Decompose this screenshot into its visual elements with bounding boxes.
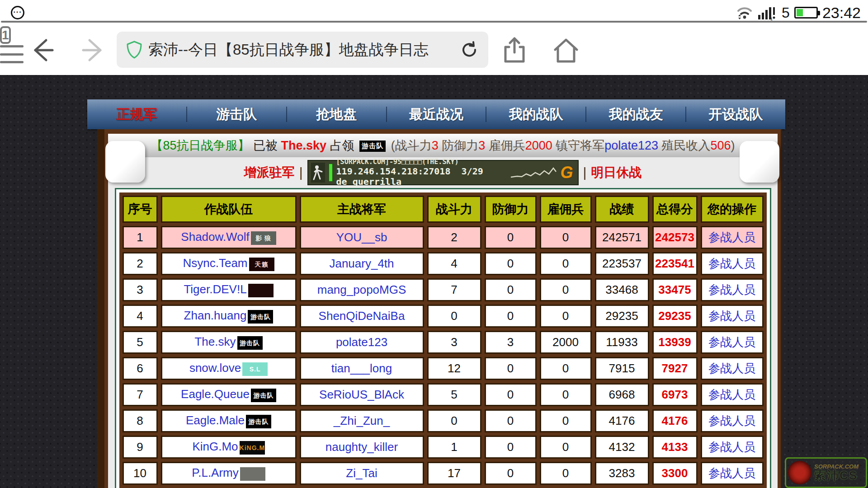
cell-general: _Zhi_Zun_ [300, 409, 424, 432]
cell-mercs: 2000 [540, 331, 592, 354]
team-link[interactable]: Shadow.Wolf [181, 230, 249, 244]
general-value: polate123 [604, 139, 658, 152]
table-row: 1Shadow.Wolf影 狼YOU__sb200242571242573参战人… [123, 226, 764, 249]
team-badge-icon: 游击队 [246, 415, 271, 428]
team-link[interactable]: Eagle.Queue [181, 387, 250, 401]
cell-general: mang_popoMGS [300, 278, 424, 301]
power-value: 3 [432, 139, 439, 152]
cell-team: Shadow.Wolf影 狼 [161, 226, 297, 249]
power-label: (战斗力 [391, 139, 432, 152]
general-link[interactable]: _Zhi_Zun_ [334, 414, 390, 427]
participants-link[interactable]: 参战人员 [708, 257, 755, 270]
general-link[interactable]: ShenQiDeNaiBa [319, 309, 405, 323]
general-link[interactable]: mang_popoMGS [317, 283, 406, 296]
refresh-icon[interactable] [460, 41, 478, 59]
general-link[interactable]: tian___long [331, 361, 392, 375]
team-link[interactable]: KinG.Mo [192, 440, 238, 453]
income-label: 殖民收入 [661, 139, 710, 152]
truce-tomorrow-link[interactable]: 明日休战 [591, 164, 642, 181]
participants-link[interactable]: 参战人员 [708, 414, 755, 427]
cell-defense: 0 [485, 226, 537, 249]
divider: | [583, 165, 587, 180]
cell-defense: 0 [485, 305, 537, 328]
cell-general: January_4th [300, 252, 424, 275]
tabs-button[interactable]: 1 [0, 26, 11, 44]
team-link[interactable]: Eagle.Male [186, 413, 245, 427]
table-row: 9KinG.MoKiNG.Monaughty_killer10041324133… [123, 436, 764, 459]
team-link[interactable]: Tiger.DEV!L [184, 282, 246, 296]
server-title: [SORPACK.COM]-95□□□□□(THE.SKY) [336, 158, 506, 166]
status-icons: 1 5 23:42 [736, 3, 861, 23]
occupation-text: 【85抗日战争服】 已被 The.sky 占领 游击队 (战斗力3 防御力3 雇… [151, 137, 735, 154]
general-label: 镇守将军 [556, 139, 604, 152]
general-link[interactable]: Zi_Tai [346, 466, 377, 480]
team-badge-icon: 天籁 [249, 258, 274, 271]
share-icon[interactable] [502, 37, 527, 63]
watermark-logo-icon [788, 461, 811, 484]
cell-defense: 0 [485, 436, 537, 459]
team-badge-icon: S.L [242, 362, 268, 376]
nav-item-6[interactable]: 我的战友 [586, 99, 685, 129]
cell-record: 7915 [595, 357, 649, 380]
url-bar[interactable]: 索沛--今日【85抗日战争服】地盘战争日志 [117, 32, 488, 68]
nav-item-2[interactable]: 游击队 [187, 99, 286, 129]
nav-item-3[interactable]: 抢地盘 [287, 99, 386, 129]
home-icon[interactable] [553, 37, 579, 63]
team-link[interactable]: P.L.Army [192, 466, 239, 479]
cell-rank: 3 [123, 278, 158, 301]
cell-record: 4176 [595, 409, 649, 432]
forward-button[interactable] [80, 37, 107, 64]
participants-link[interactable]: 参战人员 [708, 335, 755, 349]
cell-total: 242573 [652, 226, 698, 249]
cell-team: P.L.Army [161, 462, 297, 485]
participants-link[interactable]: 参战人员 [708, 309, 755, 323]
table-row: 7Eagle.Queue游击队SeRioUS_BlAck50069686973参… [123, 383, 764, 406]
cell-mercs: 0 [540, 226, 592, 249]
server-players: 3/29 [462, 166, 483, 177]
team-link[interactable]: Nsync.Team [183, 256, 247, 270]
team-link[interactable]: The.sky [194, 335, 236, 348]
general-link[interactable]: SeRioUS_BlAck [319, 388, 404, 401]
participants-link[interactable]: 参战人员 [708, 388, 755, 401]
general-link[interactable]: polate123 [336, 335, 387, 349]
cell-mercs: 0 [540, 462, 592, 485]
column-header: 战斗力 [427, 196, 481, 223]
notification-ellipsis-icon[interactable]: ··· [11, 6, 24, 19]
team-badge-icon: 游击队 [237, 336, 263, 350]
participants-link[interactable]: 参战人员 [708, 283, 755, 296]
send-garrison-link[interactable]: 增派驻军 [244, 164, 295, 181]
gametracker-logo-icon: G [561, 163, 575, 182]
table-header-row: 序号作战队伍主战将军战斗力防御力雇佣兵战绩总得分您的操作 [123, 196, 764, 223]
participants-link[interactable]: 参战人员 [708, 440, 755, 454]
general-link[interactable]: YOU__sb [336, 230, 387, 244]
nav-item-5[interactable]: 我的战队 [486, 99, 585, 129]
cell-record: 242571 [595, 226, 649, 249]
nav-item-7[interactable]: 开设战队 [686, 99, 785, 129]
cell-action: 参战人员 [701, 331, 764, 354]
participants-link[interactable]: 参战人员 [708, 361, 755, 375]
server-tracker-banner[interactable]: [SORPACK.COM]-95□□□□□(THE.SKY) 119.246.1… [307, 160, 579, 185]
back-button[interactable] [29, 37, 56, 64]
browser-toolbar: 索沛--今日【85抗日战争服】地盘战争日志 1 [0, 25, 868, 75]
cell-mercs: 0 [540, 278, 592, 301]
general-link[interactable]: January_4th [329, 257, 394, 270]
ping-graph-icon [510, 165, 557, 180]
nav-item-1[interactable]: 正规军 [87, 99, 186, 129]
watermark-text: SORPACK.COM 索沛CS [814, 464, 859, 482]
page-title: 索沛--今日【85抗日战争服】地盘战争日志 [148, 40, 454, 60]
cell-rank: 1 [123, 226, 158, 249]
cell-power: 7 [427, 278, 481, 301]
participants-link[interactable]: 参战人员 [708, 230, 755, 244]
cell-record: 11933 [595, 331, 649, 354]
team-link[interactable]: snow.love [189, 361, 241, 375]
nav-item-4[interactable]: 最近战况 [387, 99, 486, 129]
general-link[interactable]: naughty_killer [326, 440, 398, 454]
battery-fill [797, 9, 803, 16]
cell-action: 参战人员 [701, 462, 764, 485]
participants-link[interactable]: 参战人员 [708, 466, 755, 480]
column-header: 防御力 [485, 196, 537, 223]
menu-icon[interactable] [0, 45, 24, 63]
column-header: 作战队伍 [161, 196, 297, 223]
team-badge-icon [248, 284, 274, 297]
team-link[interactable]: Zhan.huang [184, 309, 247, 322]
